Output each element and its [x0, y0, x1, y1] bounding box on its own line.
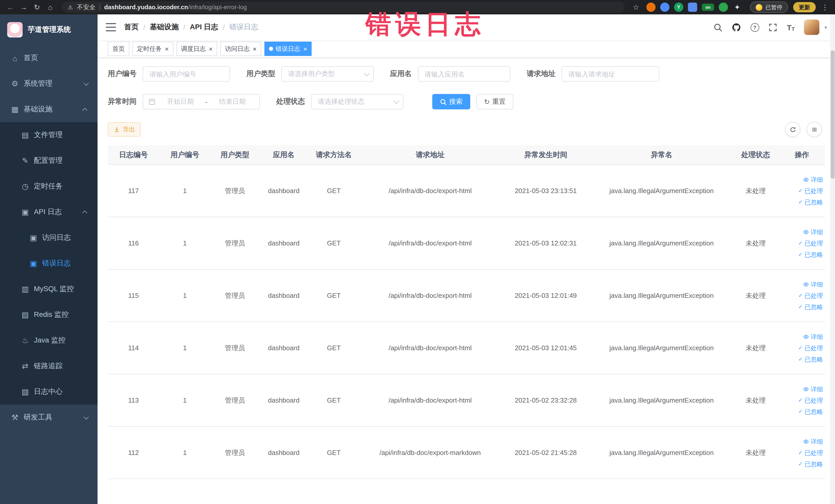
- table-cell: dashboard: [259, 426, 308, 479]
- mark-ignored-link[interactable]: ✓已忽略: [781, 354, 823, 365]
- sidebar-item[interactable]: ⌂首页: [0, 45, 98, 71]
- search-button[interactable]: 搜索: [432, 94, 470, 109]
- sidebar-item[interactable]: ♨Java 监控: [0, 328, 98, 353]
- tab-首页[interactable]: 首页: [108, 42, 129, 56]
- tab-定时任务[interactable]: 定时任务×: [133, 42, 173, 56]
- hamburger-icon[interactable]: [106, 23, 116, 31]
- extension-blue-drop-icon[interactable]: [660, 3, 669, 12]
- mark-ignored-link[interactable]: ✓已忽略: [781, 406, 823, 417]
- sidebar-item[interactable]: ⇄链路追踪: [0, 353, 98, 379]
- detail-link[interactable]: 详细: [781, 174, 823, 185]
- tab-调度日志[interactable]: 调度日志×: [176, 42, 217, 56]
- sidebar-item[interactable]: ▣API 日志: [0, 199, 98, 225]
- browser-back-icon[interactable]: ←: [4, 0, 16, 14]
- mark-processed-link[interactable]: ✓已处理: [781, 238, 823, 249]
- extension-on-badge-icon[interactable]: on: [702, 4, 714, 11]
- browser-menu-kebab-icon[interactable]: ⋮: [819, 0, 831, 14]
- extension-pinwheel-icon[interactable]: ✦: [733, 3, 742, 12]
- close-icon[interactable]: ×: [252, 45, 257, 52]
- mark-processed-link[interactable]: ✓已处理: [781, 185, 823, 196]
- column-settings-button[interactable]: [807, 122, 822, 137]
- app-name-input[interactable]: [418, 66, 510, 82]
- mark-ignored-link[interactable]: ✓已忽略: [781, 458, 823, 469]
- home-icon: ⌂: [9, 54, 21, 62]
- browser-home-icon[interactable]: ⌂: [44, 0, 57, 14]
- tab-label: 定时任务: [137, 44, 162, 53]
- sidebar-item-label: 系统管理: [24, 79, 53, 88]
- export-button[interactable]: 导出: [108, 122, 141, 137]
- export-button-label: 导出: [123, 125, 135, 134]
- tab-访问日志[interactable]: 访问日志×: [220, 42, 261, 56]
- search-icon[interactable]: [713, 23, 722, 32]
- sidebar-item[interactable]: ⚒研发工具: [0, 405, 98, 430]
- table-header-row: 日志编号用户编号用户类型应用名请求方法名请求地址异常发生时间异常名处理状态操作: [108, 145, 825, 165]
- github-icon[interactable]: [732, 23, 741, 32]
- table-cell: 112: [108, 426, 159, 479]
- table-cell: dashboard: [259, 269, 308, 322]
- breadcrumb-item[interactable]: 首页: [124, 23, 139, 32]
- browser-reload-icon[interactable]: ↻: [31, 0, 43, 14]
- close-icon[interactable]: ×: [209, 45, 212, 52]
- column-header: 操作: [779, 145, 825, 165]
- update-button[interactable]: 更新: [793, 2, 816, 12]
- detail-link[interactable]: 详细: [781, 436, 823, 447]
- paused-badge[interactable]: 已暂停: [750, 2, 788, 13]
- sidebar-item[interactable]: ✎配置管理: [0, 148, 98, 174]
- sidebar-item[interactable]: ◷定时任务: [0, 174, 98, 199]
- font-size-icon[interactable]: TT: [787, 23, 795, 32]
- breadcrumb-item[interactable]: API 日志: [190, 23, 218, 32]
- extension-orange-circle-icon[interactable]: [646, 3, 656, 12]
- table-cell: /api/infra/db-doc/export-html: [360, 217, 501, 269]
- mark-processed-link[interactable]: ✓已处理: [781, 342, 823, 354]
- refresh-button[interactable]: [785, 122, 800, 137]
- mark-ignored-link[interactable]: ✓已忽略: [781, 196, 823, 208]
- sidebar-item[interactable]: ▨Redis 监控: [0, 302, 98, 328]
- address-bar[interactable]: ⚠ 不安全 dashboard.yudao.iocoder.cn/infra/l…: [62, 2, 625, 13]
- process-status-select[interactable]: 请选择处理状态: [311, 94, 404, 109]
- detail-link[interactable]: 详细: [781, 331, 823, 342]
- sidebar-item[interactable]: ▣错误日志: [0, 250, 98, 276]
- sidebar-item[interactable]: ⚙系统管理: [0, 71, 98, 97]
- sidebar-item[interactable]: ▧日志中心: [0, 379, 98, 405]
- detail-link[interactable]: 详细: [781, 279, 823, 290]
- user-type-placeholder: 请选择用户类型: [288, 69, 364, 79]
- bookmark-star-icon[interactable]: ☆: [630, 0, 642, 14]
- user-id-input[interactable]: [143, 66, 230, 82]
- browser-forward-icon[interactable]: →: [18, 0, 30, 14]
- mark-ignored-link[interactable]: ✓已忽略: [781, 249, 823, 260]
- extension-green-leaf-icon[interactable]: [719, 3, 728, 12]
- app-logo-row[interactable]: 芋道管理系统: [0, 14, 98, 45]
- request-url-input[interactable]: [562, 66, 659, 82]
- user-type-select[interactable]: 请选择用户类型: [281, 66, 374, 82]
- exception-time-range-picker[interactable]: 开始日期 - 结束日期: [143, 94, 260, 109]
- sidebar-item[interactable]: ▥MySQL 监控: [0, 276, 98, 302]
- reset-button[interactable]: ↻ 重置: [476, 94, 513, 109]
- mark-processed-link[interactable]: ✓已处理: [781, 395, 823, 406]
- help-icon[interactable]: ?: [750, 23, 759, 32]
- extension-green-y-icon[interactable]: Y: [674, 3, 683, 12]
- breadcrumb-separator: /: [143, 23, 145, 31]
- close-icon[interactable]: ×: [303, 45, 307, 52]
- fullscreen-icon[interactable]: [768, 23, 777, 32]
- detail-link[interactable]: 详细: [781, 226, 823, 238]
- avatar-caret-icon[interactable]: ▾: [824, 24, 827, 30]
- column-header: 请求方法名: [308, 145, 360, 165]
- sidebar-item[interactable]: ▦基础设施: [0, 97, 98, 122]
- mark-processed-link[interactable]: ✓已处理: [781, 290, 823, 301]
- avatar[interactable]: [804, 20, 819, 35]
- sidebar-item[interactable]: ▣访问日志: [0, 225, 98, 250]
- page-scrollbar[interactable]: [830, 14, 835, 504]
- breadcrumb-item[interactable]: 基础设施: [150, 23, 179, 32]
- close-icon[interactable]: ×: [165, 45, 169, 52]
- sidebar-item[interactable]: ▤文件管理: [0, 122, 98, 148]
- mark-ignored-link[interactable]: ✓已忽略: [781, 301, 823, 313]
- tab-错误日志[interactable]: 错误日志×: [264, 42, 312, 56]
- tab-label: 调度日志: [181, 44, 206, 53]
- table-cell: 116: [108, 217, 159, 269]
- table-cell: 1: [159, 374, 210, 426]
- table-cell: /api/infra/db-doc/export-html: [360, 374, 501, 426]
- extension-blue-grid-icon[interactable]: [688, 3, 697, 12]
- detail-link[interactable]: 详细: [781, 383, 823, 395]
- scrollbar-thumb[interactable]: [831, 50, 835, 179]
- mark-processed-link[interactable]: ✓已处理: [781, 447, 823, 458]
